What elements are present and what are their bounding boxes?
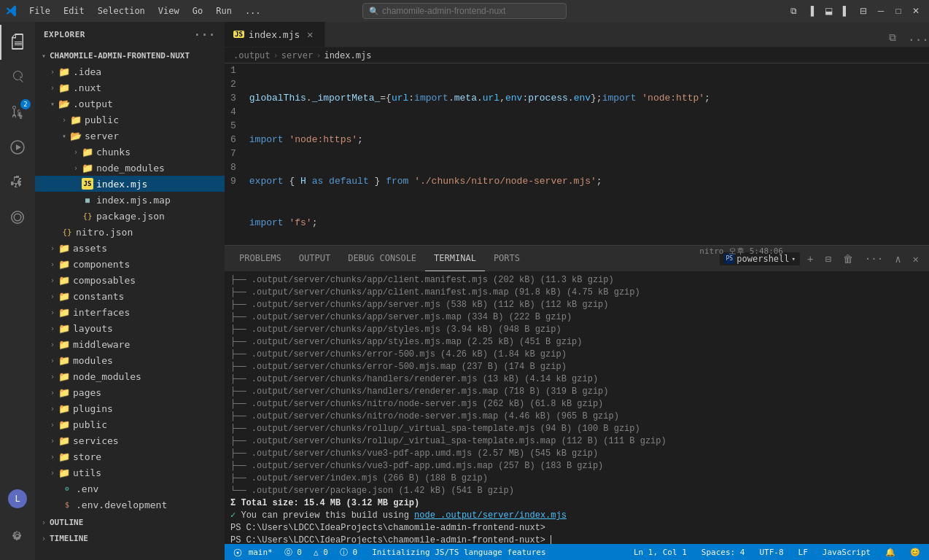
tree-nuxt[interactable]: › 📁 .nuxt	[35, 79, 225, 96]
kill-terminal-button[interactable]: 🗑	[839, 252, 858, 266]
menu-view[interactable]: View	[152, 4, 185, 18]
more-terminal-button[interactable]: ···	[860, 252, 887, 266]
status-language[interactable]: JavaScript	[820, 548, 874, 557]
status-info[interactable]: ⓘ 0	[337, 547, 360, 558]
status-remote[interactable]: main*	[230, 548, 276, 557]
activity-source-control[interactable]: 2	[0, 95, 35, 130]
activity-run-debug[interactable]	[0, 130, 35, 165]
tree-modules[interactable]: › 📁 modules	[35, 352, 225, 368]
more-tabs-button[interactable]: ···	[908, 33, 929, 47]
tree-components[interactable]: › 📁 components	[35, 256, 225, 272]
status-warnings[interactable]: △ 0	[311, 548, 331, 557]
tree-output[interactable]: ▾ 📂 .output	[35, 96, 225, 112]
add-terminal-button[interactable]: +	[803, 252, 817, 266]
tab-index-mjs[interactable]: JS index.mjs ✕	[225, 22, 325, 47]
menu-run[interactable]: Run	[210, 4, 238, 18]
tree-layouts[interactable]: › 📁 layouts	[35, 320, 225, 336]
breadcrumb-output[interactable]: .output	[233, 50, 271, 61]
toggle-panel[interactable]: ⬓	[821, 4, 836, 18]
search-input[interactable]	[382, 6, 528, 16]
root-arrow: ▾	[38, 52, 50, 60]
menu-selection[interactable]: Selection	[92, 4, 151, 18]
tree-env-development[interactable]: › $ .env.development	[35, 497, 225, 513]
titlebar-search-bar[interactable]: 🔍	[362, 3, 567, 19]
tree-index-mjs[interactable]: › JS index.mjs	[35, 176, 225, 192]
tree-public-root[interactable]: › 📁 public	[35, 416, 225, 432]
status-eol[interactable]: LF	[796, 548, 811, 557]
toggle-secondary-sidebar[interactable]: ▌	[839, 4, 853, 18]
split-editor-button[interactable]: ⧉	[886, 28, 899, 47]
terminal-content[interactable]: ├── .output/server/chunks/app/client.man…	[225, 271, 929, 544]
tree-pages[interactable]: › 📁 pages	[35, 384, 225, 400]
activity-account[interactable]: L	[0, 481, 35, 516]
tab-close-button[interactable]: ✕	[304, 28, 316, 40]
tree-nitro-json[interactable]: › {} nitro.json	[35, 224, 225, 240]
avatar[interactable]: L	[8, 489, 27, 508]
activity-extensions[interactable]	[0, 165, 35, 200]
split-terminal-button[interactable]: ⊟	[820, 252, 835, 266]
menu-go[interactable]: Go	[187, 4, 209, 18]
status-errors[interactable]: ⓪ 0	[281, 547, 305, 558]
public-label: public	[85, 114, 222, 125]
tree-composables[interactable]: › 📁 composables	[35, 272, 225, 288]
chunks-arrow: ›	[70, 148, 82, 156]
tab-output[interactable]: OUTPUT	[290, 246, 339, 271]
editor-layout-button[interactable]: ⧉	[786, 4, 801, 18]
tree-idea[interactable]: › 📁 .idea	[35, 63, 225, 79]
term-ps-2: PS C:\Users\LDCC\IdeaProjects\chamomile-…	[230, 534, 923, 544]
tree-index-mjs-map[interactable]: › ■ index.mjs.map	[35, 192, 225, 208]
tree-server[interactable]: ▾ 📂 server	[35, 128, 225, 144]
status-spaces[interactable]: Spaces: 4	[699, 548, 748, 557]
activity-search[interactable]	[0, 60, 35, 95]
tree-env[interactable]: › ⚙ .env	[35, 481, 225, 497]
folder-icon: 📁	[58, 258, 70, 270]
tree-interfaces[interactable]: › 📁 interfaces	[35, 304, 225, 320]
tree-node-modules-root[interactable]: › 📁 node_modules	[35, 368, 225, 384]
close-panel-button[interactable]: ✕	[909, 252, 923, 266]
tab-problems[interactable]: PROBLEMS	[230, 246, 290, 271]
tree-chunks[interactable]: › 📁 chunks	[35, 144, 225, 160]
ln-4: 4	[230, 105, 236, 119]
code-editor[interactable]: 1 2 3 4 5 6 7 8 9 globalThis._importMeta…	[225, 63, 929, 245]
activity-remote-explorer[interactable]	[0, 200, 35, 235]
activity-settings[interactable]	[0, 519, 35, 554]
status-line-col[interactable]: Ln 1, Col 1	[631, 548, 690, 557]
maximize-button[interactable]: □	[891, 4, 906, 18]
status-encoding[interactable]: UTF-8	[756, 548, 786, 557]
tree-package-json[interactable]: › {} package.json	[35, 208, 225, 224]
close-button[interactable]: ✕	[909, 4, 923, 18]
constants-label: constants	[73, 291, 222, 302]
tab-terminal[interactable]: TERMINAL	[425, 246, 485, 271]
menu-file[interactable]: File	[23, 4, 56, 18]
tree-outline[interactable]: › OUTLINE	[35, 514, 225, 530]
breadcrumb-server[interactable]: server	[281, 50, 313, 61]
minimize-button[interactable]: ─	[874, 4, 888, 18]
tab-ports[interactable]: PORTS	[485, 246, 529, 271]
tree-plugins[interactable]: › 📁 plugins	[35, 400, 225, 416]
maximize-panel-button[interactable]: ∧	[890, 252, 905, 266]
status-notifications[interactable]: 🔔	[882, 548, 898, 557]
tree-utils[interactable]: › 📁 utils	[35, 464, 225, 481]
toggle-primary-sidebar[interactable]: ▐	[804, 4, 818, 18]
status-feedback[interactable]: 😊	[907, 548, 923, 557]
customize-layout[interactable]: ⊟	[856, 4, 871, 18]
root-folder[interactable]: ▾ CHAMOMILE-ADMIN-FRONTEND-NUXT	[35, 47, 225, 63]
menu-edit[interactable]: Edit	[58, 4, 90, 18]
assets-label: assets	[73, 243, 222, 254]
tree-store[interactable]: › 📁 store	[35, 448, 225, 464]
tree-services[interactable]: › 📁 services	[35, 432, 225, 448]
explorer-more-button[interactable]: ···	[194, 28, 216, 42]
breadcrumb-file[interactable]: index.mjs	[324, 50, 371, 61]
term-line-10: ├── .output/server/chunks/handlers/rende…	[230, 386, 923, 398]
tree-timeline[interactable]: › TIMELINE	[35, 530, 225, 546]
tree-node-modules-server[interactable]: › 📁 node_modules	[35, 160, 225, 176]
tree-assets[interactable]: › 📁 assets	[35, 240, 225, 256]
tree-public[interactable]: › 📁 public	[35, 112, 225, 128]
tree-constants[interactable]: › 📁 constants	[35, 288, 225, 304]
shell-selector[interactable]: PS powershell ▾	[720, 252, 800, 265]
tree-middleware[interactable]: › 📁 middleware	[35, 336, 225, 352]
menu-more[interactable]: ...	[239, 4, 267, 18]
tab-bar: JS index.mjs ✕ ⧉ ···	[225, 22, 929, 47]
activity-explorer[interactable]	[0, 25, 35, 60]
tab-debug-console[interactable]: DEBUG CONSOLE	[339, 246, 425, 271]
